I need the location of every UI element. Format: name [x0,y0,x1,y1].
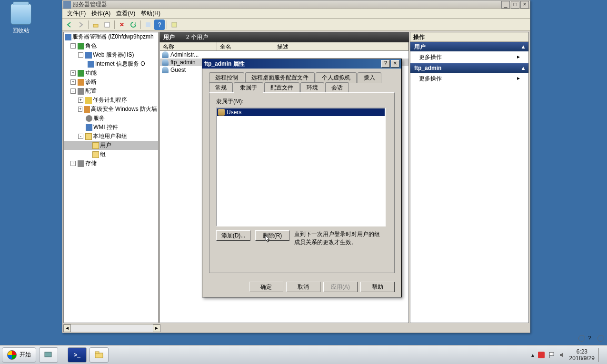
group-icon [218,109,225,116]
menu-file[interactable]: 文件(F) [64,9,89,19]
minimize-button[interactable]: _ [501,1,510,9]
user-row-administrator[interactable]: Administr... [160,51,408,59]
svg-rect-4 [45,352,51,357]
scroll-left-button[interactable]: ◂ [63,325,71,332]
list-header[interactable]: 名称 全名 描述 [159,42,409,51]
tab-dialin[interactable]: 拨入 [358,72,381,83]
windows-orb-icon [7,350,17,360]
properties-button[interactable] [102,20,112,30]
tree-web-iis[interactable]: -Web 服务器(IIS) [64,50,158,59]
actions-section-users[interactable]: 用户▴ [410,42,528,51]
memberof-item-users[interactable]: Users [217,108,385,116]
cancel-button[interactable]: 取消 [286,282,320,292]
up-button[interactable] [90,20,101,30]
tree-iis-info[interactable]: Internet 信息服务 O [64,59,158,69]
tab-page-memberof: 隶属于(M): Users 添加(D)... 删除(R) 直到下一次用户登录时对… [209,92,395,273]
dialog-title: ftp_admin 属性 [204,60,245,68]
menu-action[interactable]: 操作(A) [89,9,113,19]
membership-note: 直到下一次用户登录时对用户的组成员关系的更改才生效。 [294,230,380,246]
tree-firewall[interactable]: +高级安全 Windows 防火墙 [64,105,158,114]
tree-groups[interactable]: 组 [64,150,158,159]
tree-diagnostics[interactable]: +诊断 [64,78,158,87]
refresh-button[interactable] [128,20,139,30]
help-button[interactable]: ? [154,20,165,30]
center-count: 2 个用户 [186,33,208,41]
export-button[interactable] [143,20,153,30]
tree-users[interactable]: 用户 [64,141,158,150]
col-desc[interactable]: 描述 [274,42,408,50]
clock-date: 2018/9/29 [569,355,595,362]
system-tray[interactable]: ▴ 6:23 2018/9/29 [531,348,605,362]
tree-wmi[interactable]: WMI 控件 [64,123,158,132]
help-button[interactable]: 帮助 [360,282,395,292]
tab-general[interactable]: 常规 [209,82,233,93]
menu-bar: 文件(F) 操作(A) 查看(V) 帮助(H) [62,9,530,19]
tree-roles[interactable]: -角色 [64,41,158,50]
svg-rect-0 [93,24,98,27]
tray-action-center-icon[interactable] [538,352,545,358]
tree-local-users-groups[interactable]: -本地用户和组 [64,132,158,141]
ok-button[interactable]: 确定 [249,282,283,292]
start-button[interactable]: 开始 [2,347,36,363]
app-icon [63,1,71,9]
window-title: 服务器管理器 [73,0,107,9]
clock-time: 6:23 [569,348,595,355]
tray-volume-icon[interactable] [559,352,566,358]
recycle-bin-icon [10,4,31,25]
tree-storage[interactable]: +存储 [64,159,158,168]
dialog-close-button[interactable]: × [391,60,399,68]
recycle-bin-label: 回收站 [7,27,35,35]
tab-sessions[interactable]: 会话 [325,82,349,93]
actions-section-ftpadmin[interactable]: ftp_admin▴ [410,63,528,73]
remove-button[interactable]: 删除(R) [255,230,289,241]
tree-panel[interactable]: 服务器管理器 (iZ0hfdwp9hpzmh -角色 -Web 服务器(IIS)… [63,32,159,323]
tray-flag-icon[interactable] [548,352,555,358]
center-header: 用户 2 个用户 [159,32,409,42]
tree-hscroll[interactable]: ◂ ▸ [63,324,160,332]
svg-rect-1 [105,22,109,27]
recycle-bin[interactable]: 回收站 [7,4,35,35]
svg-rect-2 [146,22,150,27]
tab-rds-profile[interactable]: 远程桌面服务配置文件 [245,72,315,83]
menu-view[interactable]: 查看(V) [113,9,138,19]
taskbar-powershell[interactable]: >_ [68,347,87,363]
tab-profile[interactable]: 配置文件 [264,82,299,93]
tree-configuration[interactable]: -配置 [64,87,158,96]
dialog-footer: 确定 取消 应用(A) 帮助 [202,278,401,297]
taskbar-explorer[interactable] [90,347,109,363]
toolbar: ✕ ? [62,19,530,31]
menu-help[interactable]: 帮助(H) [138,9,163,19]
dialog-titlebar[interactable]: ftp_admin 属性 ? × [202,59,401,69]
svg-rect-6 [95,352,99,354]
tree-task-scheduler[interactable]: +任务计划程序 [64,96,158,105]
show-desktop-button[interactable] [598,348,602,362]
dialog-help-button[interactable]: ? [381,60,390,68]
tab-remote-control[interactable]: 远程控制 [209,72,244,83]
add-button[interactable]: 添加(D)... [216,230,250,241]
tree-root[interactable]: 服务器管理器 (iZ0hfdwp9hpzmh [64,32,158,41]
taskbar-server-manager[interactable] [39,347,58,363]
tree-features[interactable]: +功能 [64,69,158,78]
tree-services[interactable]: 服务 [64,114,158,123]
col-fullname[interactable]: 全名 [217,42,274,50]
maximize-button[interactable]: □ [511,1,519,9]
col-name[interactable]: 名称 [160,42,217,50]
close-button[interactable]: × [520,1,529,9]
apply-button[interactable]: 应用(A) [323,282,358,292]
actions-more-ftpadmin[interactable]: 更多操作▸ [410,73,528,85]
tray-up-icon[interactable]: ▴ [531,352,534,358]
tray-clock[interactable]: 6:23 2018/9/29 [569,348,595,362]
start-label: 开始 [20,351,31,359]
tab-personal-vm[interactable]: 个人虚拟机 [316,72,357,83]
back-button[interactable] [64,20,75,30]
window-titlebar[interactable]: 服务器管理器 _ □ × [62,0,530,9]
tab-environment[interactable]: 环境 [300,82,324,93]
memberof-list[interactable]: Users [216,108,386,226]
scroll-right-button[interactable]: ▸ [153,325,160,332]
chevron-up-icon: ▴ [522,43,525,50]
delete-button[interactable]: ✕ [117,20,127,30]
forward-button[interactable] [76,20,86,30]
extra-button[interactable] [169,20,179,30]
tab-memberof[interactable]: 隶属于 [234,82,263,93]
actions-more-users[interactable]: 更多操作▸ [410,51,528,63]
